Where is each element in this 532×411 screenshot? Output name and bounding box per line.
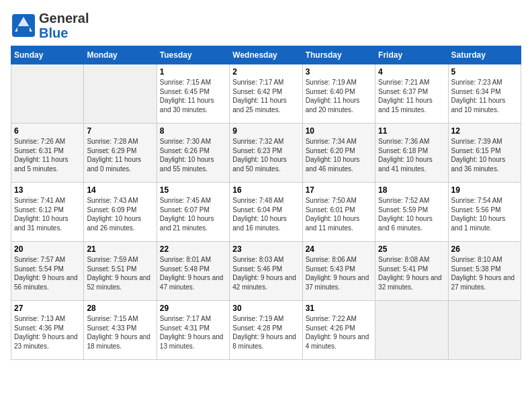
calendar-cell: 11Sunrise: 7:36 AMSunset: 6:18 PMDayligh… bbox=[375, 124, 448, 183]
day-detail: Sunrise: 8:08 AMSunset: 5:41 PMDaylight:… bbox=[378, 255, 445, 291]
day-number: 8 bbox=[160, 126, 226, 136]
day-number: 19 bbox=[451, 185, 518, 195]
day-detail: Sunrise: 7:23 AMSunset: 6:34 PMDaylight:… bbox=[451, 78, 518, 114]
logo-icon bbox=[11, 13, 36, 38]
day-number: 12 bbox=[451, 126, 518, 136]
day-number: 14 bbox=[87, 185, 153, 195]
logo-blue-text: Blue bbox=[39, 26, 89, 40]
logo: General Blue bbox=[11, 11, 89, 40]
calendar-cell: 21Sunrise: 7:59 AMSunset: 5:51 PMDayligh… bbox=[84, 242, 157, 301]
col-friday: Friday bbox=[375, 46, 448, 64]
day-detail: Sunrise: 7:19 AMSunset: 4:28 PMDaylight:… bbox=[232, 314, 299, 351]
day-number: 24 bbox=[306, 244, 372, 254]
calendar-cell: 12Sunrise: 7:39 AMSunset: 6:15 PMDayligh… bbox=[448, 124, 521, 183]
day-number: 1 bbox=[160, 67, 226, 77]
day-detail: Sunrise: 7:52 AMSunset: 5:59 PMDaylight:… bbox=[378, 196, 445, 232]
day-number: 30 bbox=[232, 304, 299, 313]
calendar-cell bbox=[84, 64, 157, 124]
day-detail: Sunrise: 7:36 AMSunset: 6:18 PMDaylight:… bbox=[378, 137, 445, 173]
day-detail: Sunrise: 7:26 AMSunset: 6:31 PMDaylight:… bbox=[14, 137, 81, 173]
col-wednesday: Wednesday bbox=[230, 46, 302, 64]
day-detail: Sunrise: 7:45 AMSunset: 6:07 PMDaylight:… bbox=[160, 196, 226, 232]
svg-rect-2 bbox=[17, 26, 30, 32]
day-number: 23 bbox=[232, 244, 299, 254]
day-detail: Sunrise: 7:19 AMSunset: 6:40 PMDaylight:… bbox=[306, 78, 372, 114]
day-detail: Sunrise: 7:59 AMSunset: 5:51 PMDaylight:… bbox=[87, 255, 153, 291]
calendar-cell: 25Sunrise: 8:08 AMSunset: 5:41 PMDayligh… bbox=[375, 242, 448, 301]
day-detail: Sunrise: 7:17 AMSunset: 4:31 PMDaylight:… bbox=[160, 314, 226, 351]
day-number: 28 bbox=[87, 304, 153, 313]
day-detail: Sunrise: 7:15 AMSunset: 6:45 PMDaylight:… bbox=[160, 78, 226, 114]
calendar-header-row: Sunday Monday Tuesday Wednesday Thursday… bbox=[11, 46, 521, 64]
calendar-cell: 22Sunrise: 8:01 AMSunset: 5:48 PMDayligh… bbox=[157, 242, 229, 301]
day-number: 11 bbox=[378, 126, 445, 136]
day-detail: Sunrise: 7:34 AMSunset: 6:20 PMDaylight:… bbox=[306, 137, 372, 173]
col-sunday: Sunday bbox=[11, 46, 84, 64]
day-detail: Sunrise: 7:48 AMSunset: 6:04 PMDaylight:… bbox=[232, 196, 299, 232]
day-number: 16 bbox=[232, 185, 299, 195]
calendar-cell: 31Sunrise: 7:22 AMSunset: 4:26 PMDayligh… bbox=[302, 301, 375, 360]
day-number: 10 bbox=[306, 126, 372, 136]
page-header: General Blue bbox=[11, 11, 521, 40]
col-monday: Monday bbox=[84, 46, 157, 64]
day-number: 29 bbox=[160, 304, 226, 313]
day-number: 13 bbox=[14, 185, 81, 195]
day-number: 31 bbox=[306, 304, 372, 313]
calendar-week-row: 27Sunrise: 7:13 AMSunset: 4:36 PMDayligh… bbox=[11, 301, 521, 360]
calendar-cell: 29Sunrise: 7:17 AMSunset: 4:31 PMDayligh… bbox=[157, 301, 229, 360]
calendar-cell: 19Sunrise: 7:54 AMSunset: 5:56 PMDayligh… bbox=[448, 183, 521, 242]
calendar-cell: 7Sunrise: 7:28 AMSunset: 6:29 PMDaylight… bbox=[84, 124, 157, 183]
calendar-cell: 8Sunrise: 7:30 AMSunset: 6:26 PMDaylight… bbox=[157, 124, 229, 183]
col-tuesday: Tuesday bbox=[157, 46, 229, 64]
day-detail: Sunrise: 7:13 AMSunset: 4:36 PMDaylight:… bbox=[14, 314, 81, 351]
day-detail: Sunrise: 7:32 AMSunset: 6:23 PMDaylight:… bbox=[232, 137, 299, 173]
day-detail: Sunrise: 7:30 AMSunset: 6:26 PMDaylight:… bbox=[160, 137, 226, 173]
day-number: 17 bbox=[306, 185, 372, 195]
day-detail: Sunrise: 7:57 AMSunset: 5:54 PMDaylight:… bbox=[14, 255, 81, 291]
calendar-cell: 2Sunrise: 7:17 AMSunset: 6:42 PMDaylight… bbox=[230, 64, 302, 124]
calendar-cell: 26Sunrise: 8:10 AMSunset: 5:38 PMDayligh… bbox=[448, 242, 521, 301]
day-detail: Sunrise: 7:15 AMSunset: 4:33 PMDaylight:… bbox=[87, 314, 153, 351]
day-number: 27 bbox=[14, 304, 81, 313]
calendar-cell: 17Sunrise: 7:50 AMSunset: 6:01 PMDayligh… bbox=[302, 183, 375, 242]
calendar-cell: 3Sunrise: 7:19 AMSunset: 6:40 PMDaylight… bbox=[302, 64, 375, 124]
day-number: 15 bbox=[160, 185, 226, 195]
calendar-cell: 4Sunrise: 7:21 AMSunset: 6:37 PMDaylight… bbox=[375, 64, 448, 124]
day-number: 20 bbox=[14, 244, 81, 254]
day-number: 2 bbox=[232, 67, 299, 77]
day-detail: Sunrise: 7:43 AMSunset: 6:09 PMDaylight:… bbox=[87, 196, 153, 232]
calendar-week-row: 20Sunrise: 7:57 AMSunset: 5:54 PMDayligh… bbox=[11, 242, 521, 301]
day-detail: Sunrise: 8:06 AMSunset: 5:43 PMDaylight:… bbox=[306, 255, 372, 291]
calendar-cell: 24Sunrise: 8:06 AMSunset: 5:43 PMDayligh… bbox=[302, 242, 375, 301]
calendar-cell: 6Sunrise: 7:26 AMSunset: 6:31 PMDaylight… bbox=[11, 124, 84, 183]
calendar-week-row: 6Sunrise: 7:26 AMSunset: 6:31 PMDaylight… bbox=[11, 124, 521, 183]
logo-general-text: General bbox=[39, 11, 89, 26]
calendar-cell bbox=[11, 64, 84, 124]
day-number: 3 bbox=[306, 67, 372, 77]
calendar-week-row: 13Sunrise: 7:41 AMSunset: 6:12 PMDayligh… bbox=[11, 183, 521, 242]
day-number: 7 bbox=[87, 126, 153, 136]
day-number: 25 bbox=[378, 244, 445, 254]
calendar-cell: 18Sunrise: 7:52 AMSunset: 5:59 PMDayligh… bbox=[375, 183, 448, 242]
day-number: 5 bbox=[451, 67, 518, 77]
calendar-cell: 9Sunrise: 7:32 AMSunset: 6:23 PMDaylight… bbox=[230, 124, 302, 183]
calendar-cell: 13Sunrise: 7:41 AMSunset: 6:12 PMDayligh… bbox=[11, 183, 84, 242]
calendar-cell: 20Sunrise: 7:57 AMSunset: 5:54 PMDayligh… bbox=[11, 242, 84, 301]
calendar-week-row: 1Sunrise: 7:15 AMSunset: 6:45 PMDaylight… bbox=[11, 64, 521, 124]
calendar-cell: 30Sunrise: 7:19 AMSunset: 4:28 PMDayligh… bbox=[230, 301, 302, 360]
calendar-cell: 15Sunrise: 7:45 AMSunset: 6:07 PMDayligh… bbox=[157, 183, 229, 242]
calendar-cell: 14Sunrise: 7:43 AMSunset: 6:09 PMDayligh… bbox=[84, 183, 157, 242]
day-detail: Sunrise: 7:50 AMSunset: 6:01 PMDaylight:… bbox=[306, 196, 372, 232]
calendar-cell: 16Sunrise: 7:48 AMSunset: 6:04 PMDayligh… bbox=[230, 183, 302, 242]
day-detail: Sunrise: 7:41 AMSunset: 6:12 PMDaylight:… bbox=[14, 196, 81, 232]
calendar-cell: 23Sunrise: 8:03 AMSunset: 5:46 PMDayligh… bbox=[230, 242, 302, 301]
calendar-cell: 27Sunrise: 7:13 AMSunset: 4:36 PMDayligh… bbox=[11, 301, 84, 360]
day-number: 26 bbox=[451, 244, 518, 254]
day-detail: Sunrise: 8:01 AMSunset: 5:48 PMDaylight:… bbox=[160, 255, 226, 291]
day-detail: Sunrise: 7:22 AMSunset: 4:26 PMDaylight:… bbox=[306, 314, 372, 351]
col-saturday: Saturday bbox=[448, 46, 521, 64]
day-number: 9 bbox=[232, 126, 299, 136]
day-detail: Sunrise: 7:39 AMSunset: 6:15 PMDaylight:… bbox=[451, 137, 518, 173]
day-detail: Sunrise: 8:03 AMSunset: 5:46 PMDaylight:… bbox=[232, 255, 299, 291]
day-number: 18 bbox=[378, 185, 445, 195]
